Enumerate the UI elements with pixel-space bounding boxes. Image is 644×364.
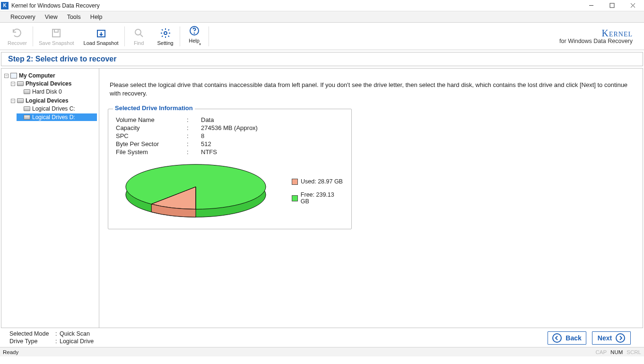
brand-name: Kernel bbox=[559, 28, 633, 38]
drive-icon bbox=[24, 106, 30, 111]
summary-text: Selected Mode: Quick Scan Drive Type: Lo… bbox=[9, 330, 94, 345]
drive-info-group: Selected Drive Information Volume Name:D… bbox=[108, 109, 352, 229]
arrow-left-icon bbox=[552, 333, 562, 343]
legend-swatch-used bbox=[292, 179, 298, 185]
info-value: 512 bbox=[201, 140, 211, 147]
tree-logical-d[interactable]: Logical Drives D: bbox=[17, 113, 97, 121]
drive-icon bbox=[24, 115, 30, 120]
status-bar: Ready CAP NUM SCRL bbox=[0, 347, 644, 356]
status-cap: CAP bbox=[595, 349, 607, 355]
help-icon bbox=[188, 25, 200, 37]
back-button[interactable]: Back bbox=[548, 331, 586, 345]
menu-view[interactable]: View bbox=[40, 14, 62, 20]
recover-label: Recover bbox=[8, 40, 27, 46]
back-label: Back bbox=[566, 334, 581, 342]
next-label: Next bbox=[598, 334, 612, 342]
mode-value: Quick Scan bbox=[60, 330, 90, 337]
svg-point-3 bbox=[135, 29, 141, 35]
tree-physical-label: Physical Devices bbox=[26, 80, 71, 87]
chevron-down-icon[interactable]: ▾ bbox=[199, 42, 201, 46]
close-button[interactable] bbox=[622, 0, 643, 11]
next-button[interactable]: Next bbox=[592, 331, 631, 345]
help-button[interactable]: Help ▾ bbox=[181, 24, 208, 49]
save-snapshot-label: Save Snapshot bbox=[39, 40, 74, 46]
drive-type-value: Logical Drive bbox=[60, 338, 94, 345]
pie-chart bbox=[123, 161, 268, 222]
tree-item-label: Hard Disk 0 bbox=[32, 88, 62, 95]
drive-type-label: Drive Type bbox=[9, 338, 54, 346]
setting-label: Setting bbox=[157, 40, 173, 46]
tree-my-computer[interactable]: − My Computer bbox=[3, 72, 97, 79]
tree-hard-disk-0[interactable]: Hard Disk 0 bbox=[17, 88, 97, 95]
info-value: 8 bbox=[201, 132, 204, 139]
save-snapshot-button: Save Snapshot bbox=[34, 24, 79, 49]
minimize-button[interactable] bbox=[581, 0, 601, 11]
search-icon bbox=[133, 27, 145, 39]
main-area: − My Computer − Physical Devices bbox=[1, 68, 643, 328]
summary-bar: Selected Mode: Quick Scan Drive Type: Lo… bbox=[0, 328, 644, 347]
tree-root-label: My Computer bbox=[19, 72, 55, 79]
info-row: File System:NTFS bbox=[116, 148, 344, 156]
collapse-icon[interactable]: − bbox=[11, 82, 15, 86]
info-key: File System bbox=[116, 148, 187, 156]
tree-physical-devices[interactable]: − Physical Devices bbox=[10, 80, 97, 87]
info-value: 274536 MB (Approx) bbox=[201, 124, 258, 131]
undo-icon bbox=[11, 27, 23, 39]
find-label: Find bbox=[134, 40, 144, 46]
group-legend: Selected Drive Information bbox=[113, 104, 195, 112]
arrow-right-icon bbox=[616, 333, 625, 343]
collapse-icon[interactable]: − bbox=[4, 74, 9, 78]
info-row: Capacity:274536 MB (Approx) bbox=[116, 124, 344, 132]
step-header: Step 2: Select drive to recover bbox=[1, 52, 643, 66]
drive-tree[interactable]: − My Computer − Physical Devices bbox=[1, 68, 99, 328]
info-row: SPC:8 bbox=[116, 132, 344, 140]
legend-used-label: Used: 28.97 GB bbox=[301, 178, 343, 185]
collapse-icon[interactable]: − bbox=[11, 99, 15, 103]
brand-subtitle: for Windows Data Recovery bbox=[559, 38, 633, 45]
tree-logical-devices[interactable]: − Logical Devices bbox=[10, 97, 97, 104]
app-icon: K bbox=[1, 2, 9, 9]
load-snapshot-button[interactable]: Load Snapshot bbox=[79, 24, 123, 49]
legend-free-label: Free: 239.13 GB bbox=[301, 191, 344, 205]
svg-point-6 bbox=[194, 33, 194, 34]
window-title: Kernel for Windows Data Recovery bbox=[11, 2, 100, 9]
menu-tools[interactable]: Tools bbox=[62, 14, 86, 20]
tree-logical-c[interactable]: Logical Drives C: bbox=[17, 105, 97, 113]
drive-icon bbox=[17, 98, 24, 103]
computer-icon bbox=[10, 73, 17, 78]
info-key: SPC bbox=[116, 132, 187, 139]
instruction-text: Please select the logical drive that con… bbox=[108, 79, 634, 106]
recover-button: Recover bbox=[3, 24, 32, 49]
help-label: Help bbox=[189, 38, 200, 43]
load-snapshot-label: Load Snapshot bbox=[84, 40, 119, 46]
menu-bar: Recovery View Tools Help bbox=[0, 11, 644, 23]
pie-chart-area: Used: 28.97 GB Free: 239.13 GB bbox=[116, 161, 344, 222]
drive-icon bbox=[17, 81, 24, 86]
setting-button[interactable]: Setting bbox=[152, 24, 179, 49]
menu-help[interactable]: Help bbox=[86, 14, 107, 20]
info-value: Data bbox=[201, 116, 214, 123]
mode-label: Selected Mode bbox=[9, 330, 54, 338]
info-value: NTFS bbox=[201, 148, 217, 156]
tree-item-label: Logical Drives D: bbox=[32, 114, 75, 121]
legend-used: Used: 28.97 GB bbox=[292, 178, 344, 185]
gear-icon bbox=[159, 27, 172, 39]
step-title: Step 2: Select drive to recover bbox=[8, 55, 116, 63]
info-row: Byte Per Sector:512 bbox=[116, 140, 344, 148]
save-icon bbox=[50, 27, 62, 39]
title-bar: K Kernel for Windows Data Recovery bbox=[0, 0, 644, 11]
info-key: Volume Name bbox=[116, 116, 187, 123]
status-num: NUM bbox=[610, 349, 623, 355]
drive-icon bbox=[24, 89, 30, 94]
status-ready: Ready bbox=[3, 349, 18, 355]
maximize-button[interactable] bbox=[601, 0, 622, 11]
menu-recovery[interactable]: Recovery bbox=[6, 14, 40, 20]
tree-logical-label: Logical Devices bbox=[26, 97, 69, 104]
info-key: Capacity bbox=[116, 124, 187, 131]
legend-free: Free: 239.13 GB bbox=[292, 191, 344, 205]
legend-swatch-free bbox=[292, 195, 298, 201]
content-panel: Please select the logical drive that con… bbox=[99, 68, 643, 328]
svg-rect-0 bbox=[610, 3, 614, 8]
status-scrl: SCRL bbox=[627, 349, 641, 355]
info-key: Byte Per Sector bbox=[116, 140, 187, 147]
